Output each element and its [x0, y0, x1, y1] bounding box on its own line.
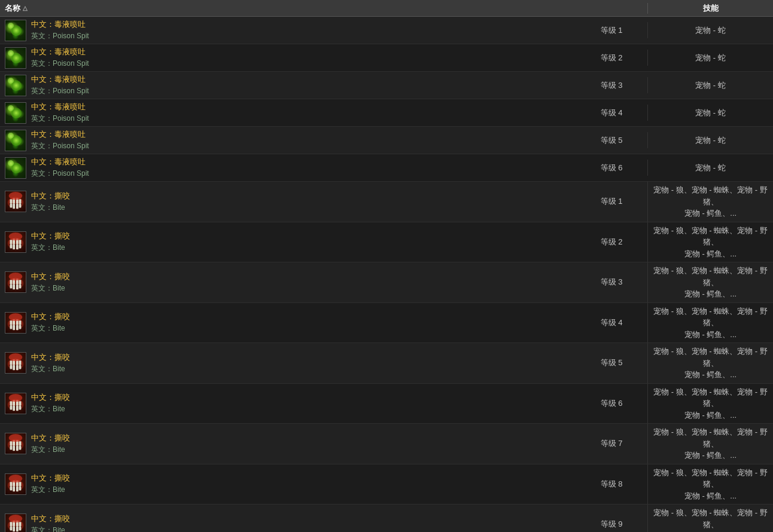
name-zh: 中文：撕咬	[31, 352, 70, 363]
svg-rect-8	[19, 204, 22, 208]
table-row[interactable]: 中文：撕咬英文：Bite等级 2宠物 - 狼、宠物 - 蜘蛛、宠物 - 野猪、宠…	[0, 222, 773, 263]
svg-rect-61	[10, 441, 13, 446]
svg-rect-86	[13, 527, 15, 532]
svg-rect-68	[19, 446, 22, 450]
bite-icon	[5, 473, 26, 495]
name-zh: 中文：撕咬	[31, 311, 70, 322]
table-row[interactable]: 中文：毒液喷吐英文：Poison Spit等级 4宠物 - 蛇	[0, 99, 773, 127]
name-zh: 中文：撕咬	[31, 231, 70, 241]
svg-rect-87	[16, 527, 19, 532]
svg-rect-6	[13, 204, 15, 209]
level-cell: 等级 8	[576, 476, 647, 492]
svg-rect-28	[19, 285, 22, 289]
name-cell: 中文：毒液喷吐英文：Poison Spit	[0, 17, 576, 44]
name-zh: 中文：撕咬	[31, 191, 70, 201]
name-en: 英文：Bite	[31, 404, 70, 414]
table-row[interactable]: 中文：撕咬英文：Bite等级 9宠物 - 狼、宠物 - 蜘蛛、宠物 - 野猪、宠…	[0, 505, 773, 532]
name-en: 英文：Poison Spit	[31, 114, 89, 124]
name-cell: 中文：毒液喷吐英文：Poison Spit	[0, 127, 576, 154]
name-cell: 中文：撕咬英文：Bite	[0, 188, 576, 215]
name-zh: 中文：撕咬	[31, 271, 70, 282]
svg-rect-65	[10, 446, 13, 450]
level-cell: 等级 1	[576, 23, 647, 38]
bite-icon	[5, 433, 26, 454]
table-row[interactable]: 中文：毒液喷吐英文：Poison Spit等级 6宠物 - 蛇	[0, 154, 773, 182]
name-en: 英文：Bite	[31, 485, 70, 495]
svg-rect-55	[10, 406, 13, 410]
name-en: 英文：Bite	[31, 525, 70, 532]
svg-rect-47	[16, 365, 19, 371]
col-name-label: 名称	[5, 3, 20, 14]
svg-rect-71	[10, 482, 13, 487]
svg-rect-34	[19, 320, 22, 325]
table-row[interactable]: 中文：毒液喷吐英文：Poison Spit等级 1宠物 - 蛇	[0, 17, 773, 44]
name-zh: 中文：毒液喷吐	[31, 74, 89, 85]
svg-rect-24	[19, 280, 22, 285]
level-cell: 等级 5	[576, 355, 647, 371]
svg-rect-26	[13, 285, 15, 290]
skill-cell: 宠物 - 蛇	[647, 160, 773, 176]
svg-rect-17	[16, 244, 19, 250]
table-row[interactable]: 中文：撕咬英文：Bite等级 8宠物 - 狼、宠物 - 蜘蛛、宠物 - 野猪、宠…	[0, 464, 773, 505]
skill-cell: 宠物 - 狼、宠物 - 蜘蛛、宠物 - 野猪、宠物 - 鳄鱼、...	[647, 262, 773, 302]
name-cell: 中文：撕咬英文：Bite	[0, 511, 576, 532]
svg-rect-84	[19, 522, 22, 527]
name-text: 中文：撕咬英文：Bite	[31, 191, 70, 213]
col-skill-header: 技能	[647, 3, 773, 14]
name-text: 中文：撕咬英文：Bite	[31, 271, 70, 293]
sort-arrow-icon: △	[23, 5, 28, 11]
bite-icon	[5, 312, 26, 334]
table-row[interactable]: 中文：撕咬英文：Bite等级 5宠物 - 狼、宠物 - 蜘蛛、宠物 - 野猪、宠…	[0, 343, 773, 384]
svg-rect-56	[13, 406, 15, 411]
bite-icon	[5, 191, 26, 212]
table-row[interactable]: 中文：毒液喷吐英文：Poison Spit等级 5宠物 - 蛇	[0, 127, 773, 154]
name-text: 中文：撕咬英文：Bite	[31, 433, 70, 455]
skill-cell: 宠物 - 蛇	[647, 50, 773, 66]
level-cell: 等级 1	[576, 194, 647, 209]
name-text: 中文：撕咬英文：Bite	[31, 392, 70, 414]
name-en: 英文：Poison Spit	[31, 169, 89, 179]
level-cell: 等级 5	[576, 133, 647, 148]
svg-rect-5	[10, 204, 13, 208]
table-row[interactable]: 中文：撕咬英文：Bite等级 1宠物 - 狼、宠物 - 蜘蛛、宠物 - 野猪、宠…	[0, 182, 773, 222]
svg-point-89	[9, 515, 23, 522]
name-cell: 中文：毒液喷吐英文：Poison Spit	[0, 44, 576, 71]
name-en: 英文：Bite	[31, 364, 70, 374]
bite-icon	[5, 393, 26, 414]
table-row[interactable]: 中文：毒液喷吐英文：Poison Spit等级 3宠物 - 蛇	[0, 72, 773, 99]
level-cell: 等级 2	[576, 234, 647, 250]
level-cell: 等级 3	[576, 78, 647, 93]
svg-rect-58	[19, 406, 22, 410]
table-row[interactable]: 中文：撕咬英文：Bite等级 3宠物 - 狼、宠物 - 蜘蛛、宠物 - 野猪、宠…	[0, 262, 773, 303]
svg-rect-18	[19, 244, 22, 249]
name-text: 中文：毒液喷吐英文：Poison Spit	[31, 74, 89, 96]
name-en: 英文：Poison Spit	[31, 141, 89, 151]
name-zh: 中文：毒液喷吐	[31, 102, 89, 112]
svg-rect-85	[10, 527, 13, 531]
poison_spit-icon	[5, 20, 26, 41]
skill-cell: 宠物 - 狼、宠物 - 蜘蛛、宠物 - 野猪、宠物 - 鳄鱼、...	[647, 424, 773, 464]
poison_spit-icon	[5, 102, 26, 124]
svg-rect-41	[10, 360, 13, 365]
svg-point-29	[9, 273, 23, 280]
name-en: 英文：Poison Spit	[31, 59, 89, 69]
skill-cell: 宠物 - 狼、宠物 - 蜘蛛、宠物 - 野猪、宠物 - 鳄鱼、...	[647, 222, 773, 262]
svg-rect-66	[13, 446, 15, 451]
level-cell: 等级 2	[576, 50, 647, 66]
svg-rect-35	[10, 325, 13, 329]
svg-point-39	[9, 313, 23, 321]
skill-cell: 宠物 - 狼、宠物 - 蜘蛛、宠物 - 野猪、宠物 - 鳄鱼、...	[647, 343, 773, 383]
col-name-header[interactable]: 名称 △	[0, 3, 576, 14]
name-zh: 中文：撕咬	[31, 513, 70, 524]
table-row[interactable]: 中文：毒液喷吐英文：Poison Spit等级 2宠物 - 蛇	[0, 44, 773, 72]
skill-cell: 宠物 - 蛇	[647, 132, 773, 149]
svg-point-19	[9, 233, 23, 240]
svg-rect-54	[19, 401, 22, 406]
bite-icon	[5, 352, 26, 374]
table-row[interactable]: 中文：撕咬英文：Bite等级 6宠物 - 狼、宠物 - 蜘蛛、宠物 - 野猪、宠…	[0, 384, 773, 424]
table-row[interactable]: 中文：撕咬英文：Bite等级 4宠物 - 狼、宠物 - 蜘蛛、宠物 - 野猪、宠…	[0, 303, 773, 344]
table-row[interactable]: 中文：撕咬英文：Bite等级 7宠物 - 狼、宠物 - 蜘蛛、宠物 - 野猪、宠…	[0, 424, 773, 464]
name-cell: 中文：撕咬英文：Bite	[0, 390, 576, 417]
name-cell: 中文：撕咬英文：Bite	[0, 309, 576, 336]
name-zh: 中文：撕咬	[31, 433, 70, 444]
